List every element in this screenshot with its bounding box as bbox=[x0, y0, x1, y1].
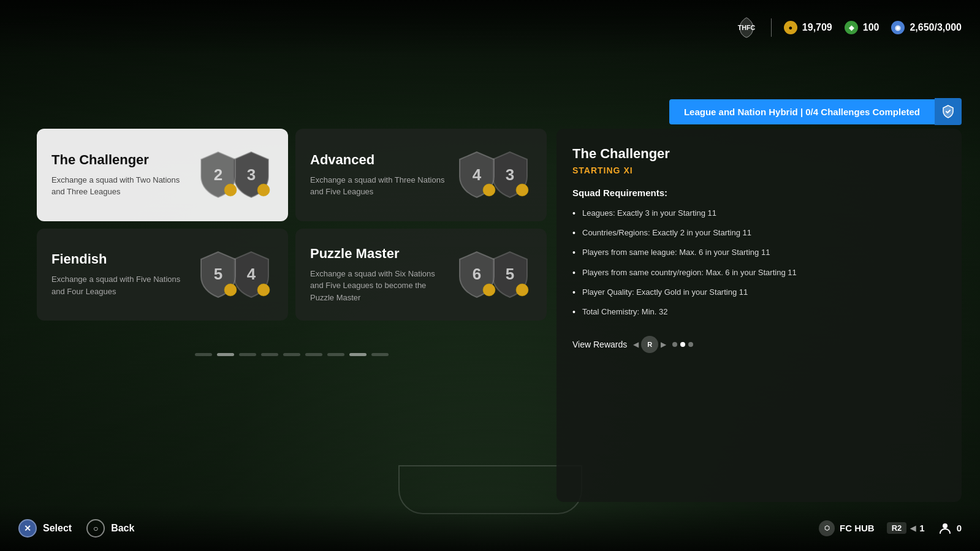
back-button[interactable]: ○ Back bbox=[86, 519, 134, 538]
requirement-2: Countries/Regions: Exactly 2 in your Sta… bbox=[572, 227, 946, 238]
card-challenger-title: The Challenger bbox=[51, 152, 186, 168]
currency-sp: ◉ 2,650/3,000 bbox=[891, 21, 962, 34]
spurs-logo-icon: THFC bbox=[735, 17, 758, 39]
currency-display: THFC ● 19,709 ◆ 100 ◉ 2,650/3,000 bbox=[734, 15, 962, 40]
shield-check-icon bbox=[941, 104, 955, 119]
shield-badge-2: 2 bbox=[196, 150, 240, 200]
card-fiendish-text: Fiendish Exchange a squad with Five Nati… bbox=[51, 251, 186, 297]
card-challenger-badges: 2 3 bbox=[196, 150, 273, 200]
scroll-dot-9 bbox=[371, 353, 389, 356]
top-bar: THFC ● 19,709 ◆ 100 ◉ 2,650/3,000 bbox=[0, 0, 980, 55]
shield-number-3: 3 bbox=[247, 165, 256, 184]
scroll-dot-4 bbox=[261, 353, 278, 356]
view-rewards-label: View Rewards bbox=[572, 340, 627, 349]
card-fiendish[interactable]: Fiendish Exchange a squad with Five Nati… bbox=[37, 229, 288, 321]
shield-badge-6: 6 bbox=[455, 249, 499, 300]
shield-number-2: 2 bbox=[214, 165, 222, 184]
svg-point-6 bbox=[257, 284, 270, 296]
points-icon: ◆ bbox=[845, 21, 858, 34]
card-fiendish-title: Fiendish bbox=[51, 251, 186, 267]
r2-group: R2 ◀ 1 bbox=[887, 522, 925, 534]
card-advanced-badges: 4 3 bbox=[455, 150, 532, 200]
card-advanced-title: Advanced bbox=[310, 152, 445, 168]
panel-title: The Challenger bbox=[572, 146, 946, 162]
detail-panel: The Challenger STARTING XI Squad Require… bbox=[556, 129, 962, 502]
svg-point-3 bbox=[483, 184, 495, 196]
card-puzzle-master-badges: 6 5 bbox=[455, 249, 532, 300]
sp-icon: ◉ bbox=[891, 21, 905, 34]
scroll-dot-2 bbox=[217, 353, 234, 356]
challenge-banner-text: League and Nation Hybrid | 0/4 Challenge… bbox=[669, 99, 935, 124]
shield-number-4b: 4 bbox=[247, 265, 256, 284]
coins-icon: ● bbox=[784, 21, 797, 34]
requirements-list: Leagues: Exactly 3 in your Starting 11 C… bbox=[572, 208, 946, 317]
svg-point-1 bbox=[224, 184, 237, 196]
view-rewards[interactable]: View Rewards ◀ R ▶ bbox=[572, 336, 946, 353]
bottom-controls-right: ⬡ FC HUB R2 ◀ 1 0 bbox=[819, 520, 962, 536]
main-content: The Challenger Exchange a squad with Two… bbox=[37, 129, 962, 502]
fc-hub-icon: ⬡ bbox=[819, 520, 835, 536]
card-puzzle-master-title: Puzzle Master bbox=[310, 246, 445, 262]
dot-1 bbox=[672, 342, 677, 347]
card-challenger[interactable]: The Challenger Exchange a squad with Two… bbox=[37, 129, 288, 221]
currency-coins: ● 19,709 bbox=[784, 21, 832, 34]
select-label: Select bbox=[43, 523, 72, 534]
divider bbox=[771, 18, 772, 37]
card-challenger-desc: Exchange a squad with Two Nations and Th… bbox=[51, 174, 186, 198]
svg-point-5 bbox=[224, 284, 237, 296]
svg-point-8 bbox=[516, 284, 528, 296]
card-advanced-desc: Exchange a squad with Three Nations and … bbox=[310, 174, 445, 198]
shield-number-5: 5 bbox=[214, 265, 222, 284]
select-button[interactable]: ✕ Select bbox=[18, 519, 72, 538]
card-puzzle-master[interactable]: Puzzle Master Exchange a squad with Six … bbox=[295, 229, 547, 321]
scroll-dot-7 bbox=[327, 353, 344, 356]
players-group: 0 bbox=[937, 520, 962, 536]
dot-2 bbox=[680, 342, 685, 347]
svg-text:THFC: THFC bbox=[737, 24, 755, 31]
r-button[interactable]: R bbox=[641, 336, 658, 353]
person-icon bbox=[937, 520, 953, 536]
svg-point-9 bbox=[943, 523, 948, 528]
card-fiendish-badges: 5 4 bbox=[196, 249, 273, 300]
shield-number-4: 4 bbox=[473, 165, 481, 184]
players-count: 0 bbox=[957, 523, 962, 533]
scroll-dot-3 bbox=[239, 353, 256, 356]
arrow-right-icon: ▶ bbox=[661, 340, 666, 349]
points-value: 100 bbox=[863, 22, 879, 33]
svg-point-4 bbox=[516, 184, 528, 196]
shield-badge-4: 4 bbox=[455, 150, 499, 200]
scroll-dot-6 bbox=[305, 353, 322, 356]
challenge-cards-grid: The Challenger Exchange a squad with Two… bbox=[37, 129, 547, 321]
bottom-controls-left: ✕ Select ○ Back bbox=[18, 519, 134, 538]
requirement-5: Player Quality: Exactly Gold in your Sta… bbox=[572, 287, 946, 298]
fc-hub-group[interactable]: ⬡ FC HUB bbox=[819, 520, 875, 536]
requirement-3: Players from same league: Max. 6 in your… bbox=[572, 247, 946, 258]
scroll-dot-5 bbox=[283, 353, 300, 356]
card-challenger-text: The Challenger Exchange a squad with Two… bbox=[51, 152, 186, 198]
challenge-badge-icon bbox=[935, 98, 962, 125]
shield-number-6: 6 bbox=[473, 265, 481, 284]
card-advanced-text: Advanced Exchange a squad with Three Nat… bbox=[310, 152, 445, 198]
requirement-1: Leagues: Exactly 3 in your Starting 11 bbox=[572, 208, 946, 219]
requirement-4: Players from same country/region: Max. 6… bbox=[572, 267, 946, 278]
arrow-left-icon: ◀ bbox=[633, 340, 639, 349]
scroll-indicator bbox=[195, 353, 389, 356]
arrow-left-nav-icon: ◀ bbox=[910, 524, 916, 533]
dot-navigation bbox=[672, 342, 693, 347]
fc-hub-label: FC HUB bbox=[840, 523, 875, 533]
cards-wrapper: The Challenger Exchange a squad with Two… bbox=[37, 129, 547, 502]
shield-badge-5: 5 bbox=[196, 249, 240, 300]
back-label: Back bbox=[111, 523, 134, 534]
card-fiendish-desc: Exchange a squad with Five Nations and F… bbox=[51, 273, 186, 297]
svg-point-2 bbox=[257, 184, 270, 196]
person-svg-icon bbox=[938, 522, 952, 535]
card-puzzle-master-desc: Exchange a squad with Six Nations and Fi… bbox=[310, 268, 445, 304]
dot-3 bbox=[688, 342, 693, 347]
panel-subtitle: STARTING XI bbox=[572, 165, 946, 175]
shield-number-3b: 3 bbox=[506, 165, 514, 184]
requirement-6: Total Chemistry: Min. 32 bbox=[572, 306, 946, 317]
scroll-dot-1 bbox=[195, 353, 212, 356]
nav-count: 1 bbox=[919, 523, 924, 533]
shield-number-5b: 5 bbox=[506, 265, 514, 284]
card-advanced[interactable]: Advanced Exchange a squad with Three Nat… bbox=[295, 129, 547, 221]
